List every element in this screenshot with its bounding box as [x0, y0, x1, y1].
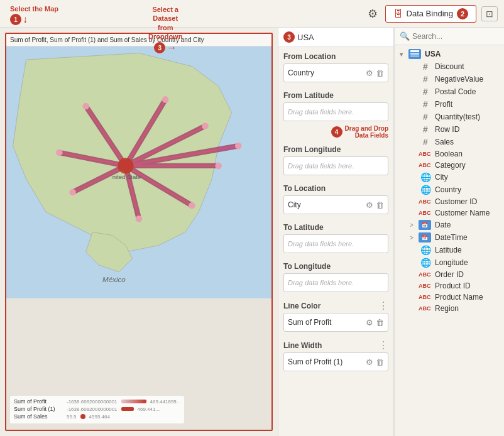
abc-icon-customername: ABC [419, 210, 432, 216]
line-width-gear-icon[interactable]: ⚙ [366, 357, 373, 367]
tree-item-rowid[interactable]: # Row ID [395, 123, 504, 136]
tree-item-productid[interactable]: ABC Product ID [395, 280, 504, 292]
svg-point-21 [162, 96, 169, 103]
tree-item-orderid[interactable]: ABC Order ID [395, 269, 504, 280]
tree-label-postalcode: Postal Code [435, 87, 499, 96]
line-width-trash-icon[interactable]: 🗑 [376, 357, 384, 367]
map-container[interactable]: Sum of Profit, Sum of Profit (1) and Sum… [5, 33, 273, 431]
tree-item-city[interactable]: 🌐 City [395, 171, 504, 183]
tree-label-sales: Sales [435, 138, 499, 146]
tree-item-customerid[interactable]: ABC Customer ID [395, 196, 504, 207]
tree-item-sales[interactable]: # Sales [395, 136, 504, 148]
to-latitude-label: To Latitude [278, 218, 393, 234]
line-color-gear-icon[interactable]: ⚙ [366, 318, 373, 327]
svg-point-26 [56, 150, 63, 156]
from-location-gear-icon[interactable]: ⚙ [366, 68, 373, 78]
legend-label-1: Sum of Profit [14, 398, 64, 405]
line-width-value: Sum of Profit (1) [288, 357, 366, 366]
tree-item-discount[interactable]: # Discount [395, 60, 504, 73]
tree-item-usa[interactable]: ▾ USA [395, 48, 504, 60]
middle-panel: 3 × ▾ From Location Country ⚙ 🗑 From Lat… [278, 28, 394, 436]
to-location-field[interactable]: City ⚙ 🗑 [283, 195, 388, 214]
hash-icon-sales: # [419, 137, 432, 147]
tree-item-profit[interactable]: # Profit [395, 98, 504, 111]
map-svg: México nited State [6, 46, 271, 298]
tree-label-productid: Product ID [435, 281, 499, 290]
to-longitude-field[interactable]: Drag data fields here. [283, 273, 388, 292]
to-location-trash-icon[interactable]: 🗑 [376, 200, 384, 210]
to-longitude-placeholder: Drag data fields here. [288, 279, 354, 286]
tree-item-quantity[interactable]: # Quantity(test) [395, 111, 504, 123]
from-location-value: Country [288, 68, 366, 77]
search-input[interactable] [412, 32, 504, 41]
from-location-field[interactable]: Country ⚙ 🗑 [283, 63, 388, 82]
from-location-trash-icon[interactable]: 🗑 [376, 68, 384, 78]
globe-icon-country: 🌐 [419, 185, 432, 195]
line-color-label: Line Color [283, 302, 320, 310]
tree-item-datetime[interactable]: > 📅 DateTime [395, 231, 504, 244]
svg-point-23 [215, 163, 222, 170]
svg-point-19 [118, 158, 133, 173]
line-width-field[interactable]: Sum of Profit (1) ⚙ 🗑 [283, 352, 388, 371]
table-icon-usa [408, 49, 421, 59]
tree-item-date[interactable]: > 📅 Date [395, 219, 504, 231]
tree-item-customername[interactable]: ABC Customer Name [395, 207, 504, 219]
to-latitude-placeholder: Drag data fields here. [288, 240, 354, 248]
dataset-tree: ▾ USA # Discount # NegativeValue # Pos [395, 45, 504, 436]
globe-icon-city: 🌐 [419, 172, 432, 182]
annotation-badge-3-inline: 3 [283, 31, 295, 43]
hash-icon-postalcode: # [419, 87, 432, 97]
tree-label-customername: Customer Name [435, 209, 499, 217]
globe-icon-longitude: 🌐 [419, 258, 432, 268]
tree-label-customerid: Customer ID [435, 197, 499, 206]
tree-label-region: Region [435, 304, 499, 313]
abc-icon-boolean: ABC [419, 151, 432, 157]
line-color-trash-icon[interactable]: 🗑 [376, 318, 384, 327]
tree-item-productname[interactable]: ABC Product Name [395, 292, 504, 303]
line-width-section-header: Line Width ⋮ [278, 335, 393, 352]
line-width-menu-dots[interactable]: ⋮ [378, 339, 388, 351]
line-color-field[interactable]: Sum of Profit ⚙ 🗑 [283, 313, 388, 332]
tree-item-postalcode[interactable]: # Postal Code [395, 85, 504, 98]
from-latitude-field[interactable]: Drag data fields here. [283, 102, 388, 121]
from-latitude-label: From Latitude [278, 86, 393, 102]
tree-label-datetime: DateTime [435, 233, 499, 242]
hash-icon-discount: # [419, 62, 432, 72]
from-longitude-field[interactable]: Drag data fields here. [283, 156, 388, 175]
data-binding-button[interactable]: 🗄 Data Binding 2 [385, 5, 476, 23]
svg-rect-31 [410, 50, 419, 52]
tree-item-boolean[interactable]: ABC Boolean [395, 148, 504, 160]
tree-label-profit: Profit [435, 100, 499, 109]
chevron-date: > [410, 222, 416, 229]
tree-item-negativevalue[interactable]: # NegativeValue [395, 73, 504, 85]
svg-text:nited State: nited State [112, 173, 141, 180]
line-color-menu-dots[interactable]: ⋮ [378, 300, 388, 312]
tree-item-latitude[interactable]: 🌐 Latitude [395, 244, 504, 256]
to-latitude-field[interactable]: Drag data fields here. [283, 234, 388, 253]
sidebar-toggle-button[interactable]: ⊡ [481, 6, 498, 21]
svg-point-24 [189, 202, 195, 209]
tree-label-category: Category [435, 161, 499, 170]
abc-icon-customerid: ABC [419, 199, 432, 205]
line-color-icons: ⚙ 🗑 [366, 318, 384, 327]
tree-item-category[interactable]: ABC Category [395, 160, 504, 171]
right-panel: 🔍 ▾ USA # Discount # NegativeV [394, 28, 504, 436]
tree-label-date: Date [435, 221, 499, 229]
toolbar: ⚙ 🗄 Data Binding 2 ⊡ [0, 0, 504, 28]
globe-icon-latitude: 🌐 [419, 245, 432, 255]
tree-item-country[interactable]: 🌐 Country [395, 183, 504, 196]
tree-item-longitude[interactable]: 🌐 Longitude [395, 256, 504, 269]
database-icon: 🗄 [393, 8, 403, 19]
calendar-icon-date: 📅 [419, 220, 431, 230]
svg-point-28 [136, 215, 143, 222]
svg-point-25 [69, 189, 76, 196]
to-location-icons: ⚙ 🗑 [366, 200, 384, 210]
dataset-input[interactable] [297, 33, 394, 42]
drag-drop-label: 4 Drag and Drop Data Fields [283, 125, 388, 139]
line-width-label: Line Width [283, 341, 322, 350]
tree-item-region[interactable]: ABC Region [395, 303, 504, 314]
gear-button[interactable]: ⚙ [365, 4, 380, 23]
hash-icon-negativevalue: # [419, 74, 432, 84]
dataset-selector-row: 3 × ▾ [278, 28, 393, 47]
to-location-gear-icon[interactable]: ⚙ [366, 200, 373, 210]
